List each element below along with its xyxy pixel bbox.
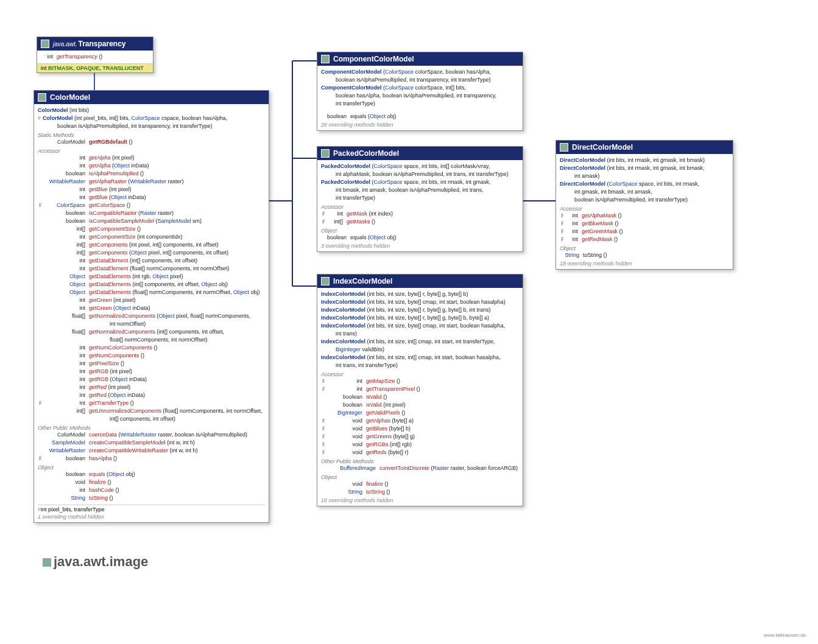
direct-header: DirectColorModel: [556, 141, 733, 154]
index-header: IndexColorModel: [317, 275, 523, 288]
direct-box: DirectColorModel DirectColorModel (int b…: [555, 140, 733, 270]
index-box: IndexColorModel IndexColorModel (int bit…: [317, 274, 523, 506]
package-label: java.awt.image: [43, 554, 148, 570]
colormodel-header: ColorModel: [34, 91, 269, 104]
component-header: ComponentColorModel: [317, 52, 523, 66]
packed-header: PackedColorModel: [317, 147, 523, 160]
interface-icon: [41, 40, 49, 48]
class-icon: [560, 143, 568, 152]
transparency-header: java.awt.Transparency: [37, 37, 153, 51]
class-icon: [321, 277, 330, 285]
packed-box: PackedColorModel PackedColorModel (Color…: [317, 146, 523, 252]
class-icon: [321, 55, 330, 63]
class-icon: [321, 149, 330, 158]
colormodel-box: ColorModel ColorModel (int bits) #ColorM…: [33, 90, 269, 523]
transparency-box: java.awt.Transparency intgetTransparency…: [37, 37, 153, 73]
footer-link[interactable]: www.falkhausen.de: [764, 632, 806, 638]
class-icon: [38, 93, 46, 102]
package-icon: [43, 558, 51, 567]
component-box: ComponentColorModel ComponentColorModel …: [317, 52, 523, 131]
